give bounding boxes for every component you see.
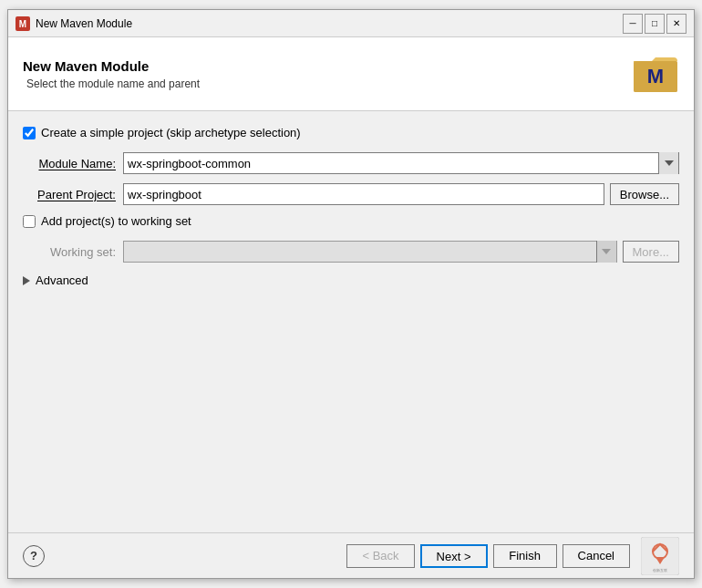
svg-text:创新互联: 创新互联 bbox=[653, 568, 667, 573]
maximize-button[interactable]: □ bbox=[645, 14, 665, 34]
footer-buttons: < Back Next > Finish Cancel bbox=[346, 544, 630, 568]
add-working-set-row: Add project(s) to working set bbox=[23, 214, 679, 228]
browse-button[interactable]: Browse... bbox=[610, 183, 679, 205]
module-name-dropdown-arrow[interactable] bbox=[658, 152, 678, 174]
parent-project-label: Parent Project: bbox=[23, 188, 123, 201]
cancel-button[interactable]: Cancel bbox=[563, 544, 630, 568]
working-set-dropdown-arrow bbox=[596, 241, 616, 263]
dialog-header-text: New Maven Module Select the module name … bbox=[23, 58, 632, 90]
svg-text:M: M bbox=[647, 65, 664, 88]
advanced-label: Advanced bbox=[36, 273, 88, 287]
working-set-label: Working set: bbox=[23, 245, 123, 259]
title-bar-title: New Maven Module bbox=[36, 17, 623, 30]
add-working-set-checkbox[interactable] bbox=[23, 215, 36, 228]
add-working-set-label[interactable]: Add project(s) to working set bbox=[41, 214, 191, 228]
dialog-content: Create a simple project (skip archetype … bbox=[8, 111, 694, 532]
dialog-footer: ? < Back Next > Finish Cancel 创新互联 bbox=[8, 532, 694, 578]
minimize-button[interactable]: ─ bbox=[623, 14, 643, 34]
close-button[interactable]: ✕ bbox=[666, 14, 687, 34]
working-set-section: Add project(s) to working set Working se… bbox=[23, 214, 679, 263]
brand-watermark: 创新互联 bbox=[641, 537, 679, 575]
brand-logo-icon: 创新互联 bbox=[641, 537, 679, 575]
module-name-label: Module Name: bbox=[23, 157, 123, 170]
working-set-combo bbox=[123, 241, 617, 263]
working-set-input bbox=[124, 242, 596, 262]
module-name-row: Module Name: bbox=[23, 152, 679, 174]
title-bar-controls: ─ □ ✕ bbox=[623, 14, 687, 34]
advanced-triangle-icon bbox=[23, 276, 30, 285]
help-button[interactable]: ? bbox=[23, 545, 45, 567]
parent-project-input[interactable] bbox=[123, 183, 604, 205]
module-name-input[interactable] bbox=[124, 153, 658, 173]
dialog-subtitle: Select the module name and parent bbox=[23, 77, 632, 90]
advanced-toggle[interactable]: Advanced bbox=[23, 273, 679, 287]
simple-project-label[interactable]: Create a simple project (skip archetype … bbox=[41, 126, 301, 139]
title-bar-icon: M bbox=[15, 16, 30, 31]
next-button[interactable]: Next > bbox=[420, 544, 488, 568]
dialog-header: New Maven Module Select the module name … bbox=[8, 37, 694, 111]
simple-project-checkbox[interactable] bbox=[23, 127, 36, 139]
title-bar: M New Maven Module ─ □ ✕ bbox=[8, 10, 694, 37]
svg-text:M: M bbox=[19, 19, 26, 29]
advanced-section: Advanced bbox=[23, 273, 679, 287]
simple-project-row: Create a simple project (skip archetype … bbox=[23, 126, 679, 139]
parent-project-row: Parent Project: Browse... bbox=[23, 183, 679, 205]
dialog-window: M New Maven Module ─ □ ✕ New Maven Modul… bbox=[7, 9, 695, 579]
more-button[interactable]: More... bbox=[623, 241, 679, 263]
dialog-title: New Maven Module bbox=[23, 58, 632, 74]
module-name-combo[interactable] bbox=[123, 152, 679, 174]
working-set-row: Working set: More... bbox=[23, 241, 679, 263]
back-button[interactable]: < Back bbox=[346, 544, 414, 568]
finish-button[interactable]: Finish bbox=[493, 544, 557, 568]
maven-icon: M bbox=[632, 50, 679, 98]
